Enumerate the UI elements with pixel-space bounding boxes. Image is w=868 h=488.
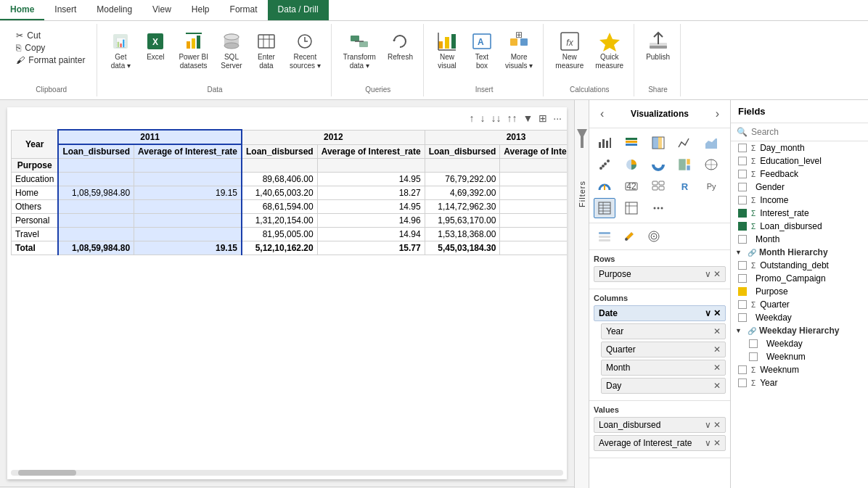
viz-scatter[interactable] bbox=[594, 154, 615, 175]
viz-100-bar[interactable] bbox=[647, 133, 669, 153]
year-checkbox[interactable] bbox=[738, 379, 747, 387]
field-gender[interactable]: Gender bbox=[731, 181, 868, 194]
cut-button[interactable]: ✂ Cut bbox=[15, 30, 88, 41]
field-year[interactable]: Σ Year bbox=[731, 376, 868, 389]
field-weeknum-child[interactable]: Weeknum bbox=[731, 350, 868, 363]
viz-table[interactable] bbox=[594, 198, 615, 218]
education-level-checkbox[interactable] bbox=[738, 157, 747, 165]
avg-chevron[interactable]: ∨ bbox=[705, 438, 711, 448]
field-purpose[interactable]: Purpose bbox=[731, 285, 868, 298]
move-up2-button[interactable]: ↑↑ bbox=[505, 111, 518, 125]
move-up-button[interactable]: ↑ bbox=[467, 111, 475, 125]
purpose-checkbox[interactable] bbox=[738, 287, 747, 296]
fields-search-input[interactable] bbox=[751, 127, 862, 137]
viz-card[interactable]: 42 bbox=[621, 176, 642, 197]
weeknum-child-checkbox[interactable] bbox=[749, 352, 758, 361]
tab-view[interactable]: View bbox=[142, 0, 181, 20]
viz-bar-chart[interactable] bbox=[594, 133, 615, 153]
month-chip[interactable]: Month ✕ bbox=[601, 360, 726, 376]
viz-paint-brush[interactable] bbox=[618, 226, 640, 247]
new-visual-button[interactable]: Newvisual bbox=[431, 27, 463, 73]
month-checkbox[interactable] bbox=[738, 235, 747, 244]
viz-map[interactable] bbox=[700, 154, 722, 175]
weekday-hierarchy-row[interactable]: ▼ 🔗 Weekday Hierarchy bbox=[731, 324, 868, 337]
field-month[interactable]: Month bbox=[731, 233, 868, 246]
expand-button[interactable]: ⊞ bbox=[537, 111, 549, 125]
viz-donut[interactable] bbox=[647, 154, 669, 175]
loan-remove[interactable]: ✕ bbox=[713, 420, 721, 430]
powerbi-datasets-button[interactable]: Power BIdatasets bbox=[174, 27, 213, 73]
recent-sources-button[interactable]: Recentsources ▾ bbox=[285, 27, 325, 73]
viz-slicer[interactable] bbox=[594, 226, 615, 247]
purpose-chip[interactable]: Purpose ∨ ✕ bbox=[594, 266, 726, 282]
income-checkbox[interactable] bbox=[738, 196, 747, 204]
transform-data-button[interactable]: Transformdata ▾ bbox=[339, 27, 380, 73]
purpose-chevron[interactable]: ∨ bbox=[705, 269, 711, 279]
day-month-checkbox[interactable] bbox=[738, 144, 747, 152]
avg-interest-chip[interactable]: Average of Interest_rate ∨ ✕ bbox=[594, 435, 726, 451]
field-weekday-child[interactable]: Weekday bbox=[731, 337, 868, 350]
day-chip[interactable]: Day ✕ bbox=[601, 378, 726, 394]
fields-search-bar[interactable]: 🔍 bbox=[731, 123, 868, 141]
year-chip[interactable]: Year ✕ bbox=[601, 323, 726, 339]
get-data-button[interactable]: 📊 Getdata ▾ bbox=[105, 27, 136, 73]
viz-multicard[interactable] bbox=[647, 176, 669, 197]
weekday-checkbox[interactable] bbox=[738, 313, 747, 322]
year-remove[interactable]: ✕ bbox=[713, 326, 721, 336]
format-painter-button[interactable]: 🖌 Format painter bbox=[15, 54, 88, 66]
sql-server-button[interactable]: SQLServer bbox=[216, 27, 247, 73]
more-button[interactable]: ··· bbox=[552, 111, 563, 125]
field-loan-disbursed[interactable]: Σ Loan_disbursed bbox=[731, 220, 868, 233]
loan-disbursed-checkbox[interactable] bbox=[738, 222, 747, 231]
quarter-checkbox[interactable] bbox=[738, 300, 747, 309]
move-down2-button[interactable]: ↓↓ bbox=[489, 111, 502, 125]
horizontal-scrollbar[interactable] bbox=[11, 470, 563, 476]
field-income[interactable]: Σ Income bbox=[731, 194, 868, 207]
field-interest-rate[interactable]: Σ Interest_rate bbox=[731, 207, 868, 220]
avg-remove[interactable]: ✕ bbox=[713, 438, 721, 448]
filter-button[interactable]: ▼ bbox=[521, 111, 534, 125]
viz-nav-forward[interactable]: › bbox=[712, 106, 723, 122]
date-chevron[interactable]: ∨ bbox=[705, 308, 711, 318]
gender-checkbox[interactable] bbox=[738, 183, 747, 191]
viz-treemap[interactable] bbox=[673, 154, 695, 175]
tab-insert[interactable]: Insert bbox=[44, 0, 86, 20]
quick-measure-button[interactable]: Quickmeasure bbox=[591, 27, 628, 73]
loan-chevron[interactable]: ∨ bbox=[705, 420, 711, 430]
loan-disbursed-chip[interactable]: Loan_disbursed ∨ ✕ bbox=[594, 417, 726, 433]
purpose-remove[interactable]: ✕ bbox=[713, 269, 721, 279]
weekday-child-checkbox[interactable] bbox=[749, 339, 758, 348]
month-hierarchy-row[interactable]: ▼ 🔗 Month Hierarchy bbox=[731, 246, 868, 259]
copy-button[interactable]: ⎘ Copy bbox=[15, 42, 88, 54]
date-remove[interactable]: ✕ bbox=[713, 308, 721, 318]
month-remove[interactable]: ✕ bbox=[713, 363, 721, 373]
promo-campaign-checkbox[interactable] bbox=[738, 274, 747, 283]
field-feedback[interactable]: Σ Feedback bbox=[731, 168, 868, 181]
viz-area-chart[interactable] bbox=[700, 133, 722, 153]
field-promo-campaign[interactable]: Promo_Campaign bbox=[731, 272, 868, 285]
weeknum-checkbox[interactable] bbox=[738, 365, 747, 374]
text-box-button[interactable]: A Textbox bbox=[466, 27, 498, 73]
viz-gauge[interactable] bbox=[594, 176, 615, 197]
excel-button[interactable]: X Excel bbox=[139, 27, 171, 65]
quarter-remove[interactable]: ✕ bbox=[713, 344, 721, 355]
field-quarter[interactable]: Σ Quarter bbox=[731, 298, 868, 311]
viz-nav-back[interactable]: ‹ bbox=[597, 106, 607, 122]
interest-rate-checkbox[interactable] bbox=[738, 209, 747, 218]
viz-matrix[interactable] bbox=[621, 198, 642, 218]
viz-stacked-bar[interactable] bbox=[621, 133, 642, 153]
outstanding-debt-checkbox[interactable] bbox=[738, 261, 747, 270]
move-down-button[interactable]: ↓ bbox=[478, 111, 486, 125]
viz-r-visual[interactable]: R bbox=[673, 176, 695, 197]
tab-help[interactable]: Help bbox=[181, 0, 220, 20]
field-weeknum[interactable]: Σ Weeknum bbox=[731, 363, 868, 376]
date-group-chip[interactable]: Date ∨ ✕ bbox=[594, 305, 726, 321]
more-visuals-button[interactable]: ⊞ Morevisuals ▾ bbox=[501, 27, 537, 73]
viz-analytics[interactable] bbox=[643, 226, 665, 247]
tab-datadrill[interactable]: Data / Drill bbox=[268, 0, 329, 20]
field-day-month[interactable]: Σ Day_month bbox=[731, 141, 868, 154]
viz-more[interactable] bbox=[647, 198, 669, 218]
feedback-checkbox[interactable] bbox=[738, 170, 747, 178]
viz-line-chart[interactable] bbox=[673, 133, 695, 153]
field-outstanding-debt[interactable]: Σ Outstanding_debt bbox=[731, 259, 868, 272]
